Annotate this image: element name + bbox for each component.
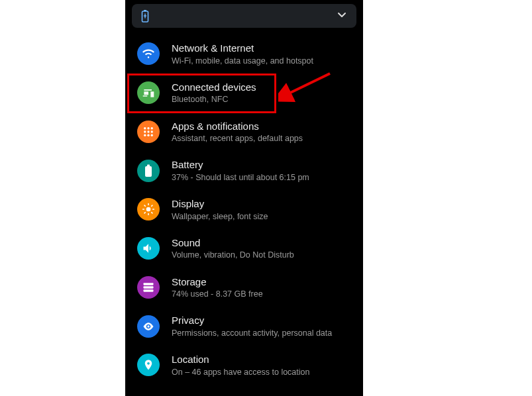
svg-rect-11 [145, 166, 152, 177]
settings-title: Storage [172, 275, 351, 289]
settings-subtitle: Assistant, recent apps, default apps [172, 133, 351, 144]
settings-text: Network & Internet Wi-Fi, mobile, data u… [172, 42, 351, 66]
svg-rect-15 [144, 286, 154, 288]
display-icon [137, 198, 160, 221]
settings-title: Location [172, 353, 351, 366]
svg-point-3 [147, 127, 149, 129]
svg-point-4 [151, 127, 153, 129]
settings-title: Display [172, 197, 351, 211]
svg-point-17 [147, 325, 149, 327]
settings-subtitle: Bluetooth, NFC [172, 94, 351, 105]
settings-title: Privacy [172, 314, 351, 327]
settings-item-display[interactable]: Display Wallpaper, sleep, font size [125, 190, 363, 229]
svg-point-13 [146, 207, 151, 212]
settings-title: Apps & notifications [172, 120, 351, 133]
settings-subtitle: Wi-Fi, mobile, data usage, and hotspot [172, 56, 351, 66]
svg-point-6 [147, 130, 149, 132]
storage-icon [137, 276, 160, 299]
svg-point-5 [144, 130, 146, 132]
settings-item-location[interactable]: Location On – 46 apps have access to loc… [125, 346, 363, 385]
svg-point-8 [144, 134, 146, 136]
settings-text: Display Wallpaper, sleep, font size [172, 197, 351, 222]
settings-title: Connected devices [172, 81, 351, 94]
settings-text: Sound Volume, vibration, Do Not Disturb [172, 236, 351, 261]
settings-item-network[interactable]: Network & Internet Wi-Fi, mobile, data u… [125, 34, 363, 74]
settings-item-storage[interactable]: Storage 74% used - 8.37 GB free [125, 268, 363, 307]
settings-subtitle: On – 46 apps have access to location [172, 367, 351, 377]
svg-point-2 [144, 127, 146, 129]
devices-icon [137, 81, 160, 104]
settings-text: Connected devices Bluetooth, NFC [172, 81, 351, 105]
settings-item-privacy[interactable]: Privacy Permissions, account activity, p… [125, 307, 363, 346]
settings-item-apps[interactable]: Apps & notifications Assistant, recent a… [125, 113, 363, 152]
settings-text: Location On – 46 apps have access to loc… [172, 353, 351, 377]
svg-rect-16 [144, 289, 154, 291]
svg-rect-14 [144, 283, 154, 285]
battery-outline-icon [141, 9, 149, 23]
settings-item-connected[interactable]: Connected devices Bluetooth, NFC [125, 74, 363, 113]
svg-point-10 [151, 134, 153, 136]
settings-title: Battery [172, 158, 351, 172]
svg-point-9 [147, 134, 149, 136]
suggestion-banner[interactable] [132, 4, 356, 28]
svg-rect-12 [147, 164, 150, 166]
battery-icon [137, 160, 160, 182]
settings-item-battery[interactable]: Battery 37% - Should last until about 6:… [125, 151, 363, 190]
privacy-icon [137, 315, 160, 338]
settings-subtitle: Permissions, account activity, personal … [172, 328, 351, 338]
svg-rect-1 [144, 10, 146, 11]
svg-point-7 [151, 130, 153, 132]
settings-subtitle: 74% used - 8.37 GB free [172, 289, 351, 299]
settings-text: Storage 74% used - 8.37 GB free [172, 275, 351, 300]
settings-title: Network & Internet [172, 42, 351, 55]
settings-subtitle: Wallpaper, sleep, font size [172, 211, 351, 222]
chevron-down-icon [337, 9, 347, 23]
settings-text: Privacy Permissions, account activity, p… [172, 314, 351, 338]
android-settings-screen: Network & Internet Wi-Fi, mobile, data u… [125, 0, 363, 396]
sound-icon [137, 237, 160, 260]
settings-item-sound[interactable]: Sound Volume, vibration, Do Not Disturb [125, 229, 363, 268]
settings-subtitle: Volume, vibration, Do Not Disturb [172, 250, 351, 260]
settings-text: Apps & notifications Assistant, recent a… [172, 120, 351, 144]
settings-title: Sound [172, 236, 351, 250]
location-icon [137, 354, 160, 376]
wifi-icon [137, 42, 160, 65]
apps-icon [137, 121, 160, 143]
settings-subtitle: 37% - Should last until about 6:15 pm [172, 172, 351, 183]
settings-text: Battery 37% - Should last until about 6:… [172, 158, 351, 183]
